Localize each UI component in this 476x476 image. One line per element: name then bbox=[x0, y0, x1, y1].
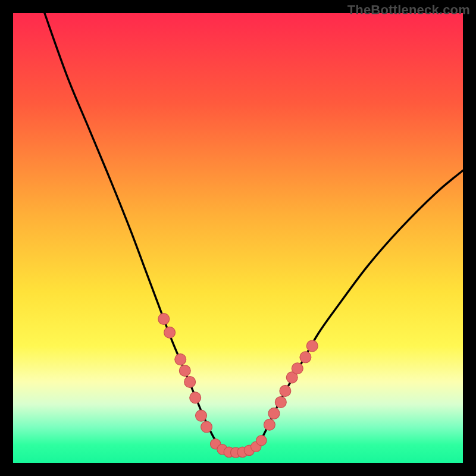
data-marker bbox=[275, 396, 286, 408]
data-marker bbox=[164, 327, 176, 338]
data-marker bbox=[190, 392, 201, 403]
chart-background bbox=[13, 13, 463, 463]
data-marker bbox=[268, 408, 280, 419]
data-marker bbox=[184, 376, 196, 387]
chart-frame: TheBottleneck.com bbox=[0, 0, 476, 476]
data-marker bbox=[306, 340, 318, 352]
data-marker bbox=[280, 386, 291, 397]
data-marker bbox=[264, 419, 275, 430]
data-marker bbox=[292, 363, 303, 374]
data-marker bbox=[175, 354, 186, 365]
data-marker bbox=[196, 410, 207, 421]
chart-plot bbox=[13, 13, 463, 463]
watermark-text: TheBottleneck.com bbox=[347, 2, 470, 18]
data-marker bbox=[158, 314, 170, 325]
data-marker bbox=[179, 365, 190, 377]
data-marker bbox=[300, 352, 311, 363]
data-marker bbox=[256, 436, 267, 446]
data-marker bbox=[201, 421, 212, 433]
